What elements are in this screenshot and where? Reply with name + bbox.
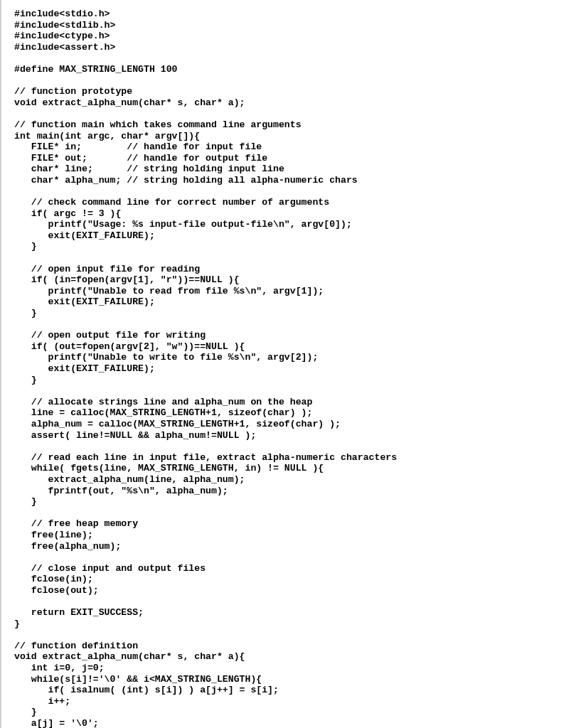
source-code-block: #include<stdio.h> #include<stdlib.h> #in… — [14, 9, 563, 728]
code-page: #include<stdio.h> #include<stdlib.h> #in… — [0, 0, 576, 728]
